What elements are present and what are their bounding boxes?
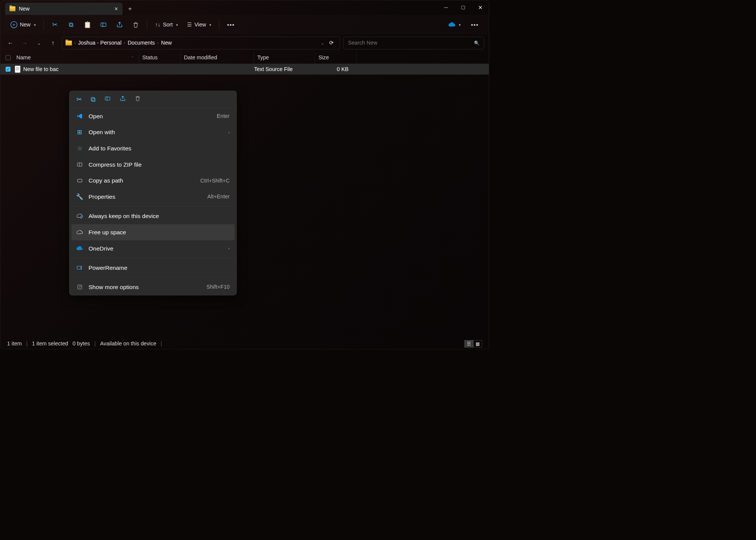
folder-icon [9,6,15,11]
context-menu: ✂ ⧉ Open Enter ⊞ Open with › ☆ Add to Fa… [69,91,237,296]
header-size[interactable]: Size [315,52,356,64]
svg-rect-2 [105,97,110,100]
plus-circle-icon: + [11,21,17,28]
toolbar: + New ▾ ✂ ⧉ 📋 ↑↓ Sort ▾ ☰ View ▾ ••• [0,15,489,34]
path-icon [76,178,83,184]
cut-icon[interactable]: ✂ [76,95,82,103]
view-toggle: ☰ ▦ [465,340,482,347]
chevron-right-icon: › [228,246,230,251]
search-box[interactable]: 🔍 [343,37,484,50]
ctx-onedrive[interactable]: OneDrive › [70,240,237,257]
header-name[interactable]: Name ⌃ [6,52,139,64]
back-button[interactable]: ← [5,38,16,48]
title-bar: New ✕ ＋ ✕ [0,0,489,15]
settings-more-button[interactable]: ••• [468,19,482,31]
zip-icon [76,162,83,168]
wrench-icon: 🔧 [76,193,83,200]
chevron-down-icon: ▾ [176,23,178,26]
cloud-icon [448,22,455,27]
search-icon: 🔍 [474,40,479,46]
new-tab-button[interactable]: ＋ [122,3,137,15]
chevron-down-icon[interactable]: ⌄ [321,41,324,45]
ctx-properties[interactable]: 🔧 Properties Alt+Enter [70,189,237,205]
ctx-favorites[interactable]: ☆ Add to Favorites [70,140,237,156]
share-icon[interactable] [119,95,126,103]
svg-rect-1 [101,23,106,26]
file-size: 0 KB [312,66,349,73]
nav-bar: ← → ⌄ ↑ › Joshua - Personal › Documents … [0,34,489,51]
view-button[interactable]: ☰ View ▾ [184,19,215,30]
expand-icon [76,284,83,289]
context-quick-actions: ✂ ⧉ [70,91,237,108]
chevron-down-icon: ▾ [209,23,211,26]
row-checkbox[interactable]: ✓ [6,67,11,72]
status-item-count: 1 item [7,340,22,347]
open-with-icon: ⊞ [76,129,83,136]
folder-icon [65,40,72,45]
forward-button[interactable]: → [19,38,30,48]
recent-dropdown[interactable]: ⌄ [34,38,44,48]
column-headers: Name ⌃ Status Date modified Type Size [0,52,489,64]
window-controls: ✕ [437,0,489,15]
new-button[interactable]: + New ▾ [7,19,39,31]
cut-button[interactable]: ✂ [48,19,62,31]
paste-button[interactable]: 📋 [81,19,94,31]
ctx-compress[interactable]: Compress to ZIP file [70,156,237,173]
svg-rect-6 [77,266,81,269]
vscode-icon [76,113,83,119]
ctx-powerrename[interactable]: PowerRename [70,260,237,276]
status-bar: 1 item | 1 item selected 0 bytes | Avail… [0,338,489,349]
onedrive-icon [76,246,83,251]
close-button[interactable]: ✕ [472,0,489,15]
up-button[interactable]: ↑ [48,38,58,48]
star-icon: ☆ [76,145,83,152]
share-button[interactable] [113,19,126,31]
tab-title: New [19,6,111,12]
tiles-view-button[interactable]: ▦ [473,340,482,347]
delete-icon[interactable] [135,95,141,103]
ctx-show-more[interactable]: Show more options Shift+F10 [70,279,237,295]
text-file-icon [15,66,20,73]
delete-button[interactable] [129,19,143,31]
chevron-right-icon: › [228,130,230,135]
copy-button[interactable]: ⧉ [64,19,78,31]
rename-icon[interactable] [104,95,111,103]
crumb-segment[interactable]: Documents [128,40,155,46]
file-row[interactable]: ✓ New file to bac Text Source File 0 KB [0,64,489,74]
sort-button[interactable]: ↑↓ Sort ▾ [152,19,181,30]
ctx-open[interactable]: Open Enter [70,108,237,124]
minimize-button[interactable] [437,0,454,15]
status-bytes: 0 bytes [73,340,90,347]
status-selected: 1 item selected [32,340,68,347]
rename-button[interactable] [97,19,110,31]
crumb-segment[interactable]: Joshua - Personal [78,40,122,46]
onedrive-status-button[interactable]: ▾ [445,20,464,29]
select-all-checkbox[interactable] [6,55,11,60]
list-icon: ☰ [187,22,192,28]
search-input[interactable] [348,40,474,46]
svg-rect-3 [77,163,82,166]
svg-rect-0 [444,7,448,8]
more-button[interactable]: ••• [224,19,238,31]
close-tab-icon[interactable]: ✕ [114,6,118,12]
sort-icon: ↑↓ [155,22,160,28]
header-type[interactable]: Type [254,52,315,64]
header-date[interactable]: Date modified [180,52,254,64]
details-view-button[interactable]: ☰ [465,340,473,347]
chevron-down-icon: ▾ [34,23,36,26]
header-status[interactable]: Status [139,52,180,64]
refresh-button[interactable]: ⟳ [327,40,336,46]
ctx-open-with[interactable]: ⊞ Open with › [70,124,237,141]
ctx-free-up-space[interactable]: Free up space [71,224,235,240]
breadcrumb[interactable]: › Joshua - Personal › Documents › New ⌄ … [62,37,340,50]
file-type: Text Source File [251,66,312,73]
tab-new[interactable]: New ✕ [5,3,123,15]
crumb-segment[interactable]: New [161,40,172,46]
ctx-always-keep[interactable]: Always keep on this device [70,208,237,224]
maximize-button[interactable] [455,0,472,15]
rename-icon [76,265,83,270]
ctx-copy-path[interactable]: Copy as path Ctrl+Shift+C [70,173,237,189]
svg-rect-4 [77,179,82,182]
status-availability: Available on this device [100,340,156,347]
copy-icon[interactable]: ⧉ [91,95,96,103]
